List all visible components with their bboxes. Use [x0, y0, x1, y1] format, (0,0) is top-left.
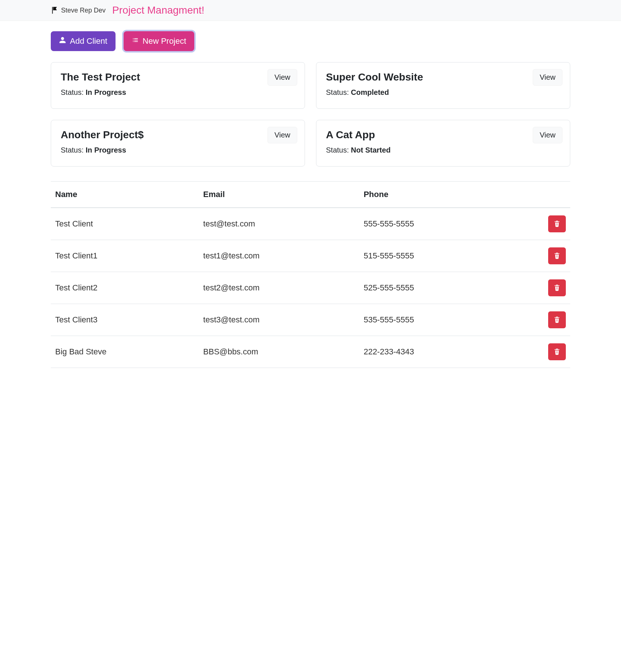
client-name: Big Bad Steve [51, 336, 199, 368]
client-phone: 535-555-5555 [359, 304, 505, 336]
client-email: test3@test.com [199, 304, 359, 336]
flag-icon [51, 6, 59, 14]
brand-title[interactable]: Project Managment! [112, 4, 205, 16]
table-row: Big Bad SteveBBS@bbs.com222-233-4343 [51, 336, 570, 368]
trash-icon [553, 347, 561, 357]
project-card: A Cat AppStatus: Not StartedView [316, 120, 570, 167]
project-card: The Test ProjectStatus: In ProgressView [51, 62, 305, 109]
delete-client-button[interactable] [548, 311, 566, 328]
list-icon [132, 36, 139, 46]
project-status: Status: Completed [326, 88, 560, 97]
project-status: Status: In Progress [61, 146, 295, 154]
brand-link[interactable]: Steve Rep Dev [51, 6, 106, 14]
client-phone: 525-555-5555 [359, 272, 505, 304]
project-title: Another Project$ [61, 129, 295, 141]
add-client-button[interactable]: Add Client [51, 31, 116, 51]
action-bar: Add Client New Project [51, 31, 570, 51]
client-name: Test Client [51, 208, 199, 240]
delete-client-button[interactable] [548, 343, 566, 360]
project-card: Super Cool WebsiteStatus: CompletedView [316, 62, 570, 109]
status-value: Completed [351, 88, 389, 96]
project-title: A Cat App [326, 129, 560, 141]
new-project-label: New Project [143, 36, 187, 46]
trash-icon [553, 219, 561, 229]
view-project-button[interactable]: View [533, 127, 563, 143]
status-value: In Progress [86, 146, 126, 154]
col-phone: Phone [359, 182, 505, 208]
client-email: BBS@bbs.com [199, 336, 359, 368]
view-project-button[interactable]: View [267, 69, 297, 86]
project-card: Another Project$Status: In ProgressView [51, 120, 305, 167]
client-name: Test Client1 [51, 240, 199, 272]
clients-table: Name Email Phone Test Clienttest@test.co… [51, 182, 570, 368]
delete-client-button[interactable] [548, 279, 566, 296]
projects-grid: The Test ProjectStatus: In ProgressViewS… [51, 62, 570, 167]
col-email: Email [199, 182, 359, 208]
table-row: Test Client2test2@test.com525-555-5555 [51, 272, 570, 304]
delete-client-button[interactable] [548, 247, 566, 264]
project-title: Super Cool Website [326, 71, 560, 83]
status-label: Status: [61, 146, 86, 154]
client-actions [505, 272, 570, 304]
status-label: Status: [326, 88, 351, 96]
table-row: Test Client1test1@test.com515-555-5555 [51, 240, 570, 272]
status-value: Not Started [351, 146, 391, 154]
trash-icon [553, 283, 561, 293]
client-actions [505, 208, 570, 240]
status-value: In Progress [86, 88, 126, 96]
navbar: Steve Rep Dev Project Managment! [0, 0, 621, 21]
client-name: Test Client2 [51, 272, 199, 304]
clients-table-wrap: Name Email Phone Test Clienttest@test.co… [51, 181, 570, 368]
col-actions [505, 182, 570, 208]
trash-icon [553, 251, 561, 261]
client-actions [505, 336, 570, 368]
table-row: Test Clienttest@test.com555-555-5555 [51, 208, 570, 240]
trash-icon [553, 315, 561, 325]
client-email: test2@test.com [199, 272, 359, 304]
client-actions [505, 240, 570, 272]
project-status: Status: Not Started [326, 146, 560, 154]
client-phone: 515-555-5555 [359, 240, 505, 272]
status-label: Status: [326, 146, 351, 154]
client-phone: 555-555-5555 [359, 208, 505, 240]
client-email: test@test.com [199, 208, 359, 240]
project-status: Status: In Progress [61, 88, 295, 97]
view-project-button[interactable]: View [533, 69, 563, 86]
project-title: The Test Project [61, 71, 295, 83]
status-label: Status: [61, 88, 86, 96]
client-actions [505, 304, 570, 336]
client-phone: 222-233-4343 [359, 336, 505, 368]
client-name: Test Client3 [51, 304, 199, 336]
table-row: Test Client3test3@test.com535-555-5555 [51, 304, 570, 336]
brand-text: Steve Rep Dev [61, 7, 106, 14]
add-client-label: Add Client [70, 36, 107, 46]
col-name: Name [51, 182, 199, 208]
view-project-button[interactable]: View [267, 127, 297, 143]
new-project-button[interactable]: New Project [124, 31, 195, 51]
delete-client-button[interactable] [548, 215, 566, 232]
client-email: test1@test.com [199, 240, 359, 272]
user-icon [59, 36, 66, 46]
